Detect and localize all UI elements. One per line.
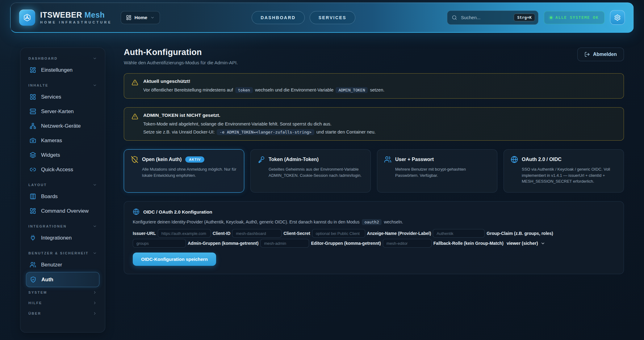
sidebar-item-command-overview[interactable]: Command Overview: [26, 204, 99, 218]
globe-icon: [133, 208, 140, 215]
display-name-label: Anzeige-Name (Provider-Label): [367, 231, 431, 236]
app-logo: [19, 10, 35, 26]
page-title: Auth-Konfiguration: [124, 48, 238, 57]
system-status-badge: ALLE SYSTEME OK: [544, 11, 604, 24]
display-name-input[interactable]: [433, 229, 485, 238]
sidebar-section-layout[interactable]: LAYOUT: [26, 181, 99, 189]
active-badge: AKTIV: [185, 156, 204, 163]
mode-card-token[interactable]: Token (Admin-Token) Geteiltes Geheimnis …: [250, 149, 371, 193]
sidebar-item-server-karten[interactable]: Server-Karten: [26, 104, 99, 119]
warning-triangle-icon: [132, 113, 138, 135]
status-label: ALLE SYSTEME OK: [555, 15, 599, 20]
search-box[interactable]: Strg+K: [447, 11, 538, 25]
warning-unprotected: Aktuell ungeschützt! Vor öffentlicher Be…: [124, 73, 624, 99]
issuer-url-input[interactable]: [158, 229, 211, 238]
code-chip-token: token: [235, 87, 253, 93]
camera-icon: [30, 137, 36, 144]
sidebar-item-benutzer[interactable]: Benutzer: [26, 257, 99, 272]
mode-title: Token (Admin-Token): [269, 157, 319, 162]
fallback-role-select[interactable]: viewer (sicher): [505, 240, 546, 246]
gear-icon: [614, 14, 621, 21]
chevron-down-icon: [93, 183, 97, 187]
sidebar-item-services[interactable]: Services: [26, 90, 99, 104]
code-chip-docker-env: -e ADMIN_TOKEN=<langer-zufalls-string>: [217, 129, 314, 135]
shield-check-icon: [30, 276, 36, 283]
admin-groups-label: Admin-Gruppen (komma-getrennt): [188, 241, 258, 246]
mode-description: Geteiltes Geheimnis aus der Environment-…: [257, 166, 364, 178]
chevron-down-icon: [93, 224, 97, 228]
oidc-config-panel: OIDC / OAuth 2.0 Konfiguration Konfiguri…: [124, 201, 624, 274]
app-title-accent: Mesh: [84, 11, 105, 19]
search-input[interactable]: [461, 15, 510, 20]
link-icon: [30, 166, 36, 173]
search-shortcut-kbd: Strg+K: [514, 14, 535, 21]
home-menu-button[interactable]: Home: [121, 11, 160, 24]
fallback-role-label: Fallback-Rolle (kein Group-Match): [433, 241, 504, 246]
app-subtitle: HOME INFRASTRUCTURE: [40, 20, 112, 24]
home-menu-label: Home: [135, 15, 148, 20]
admin-groups-input[interactable]: [260, 239, 309, 248]
sidebar-section-integrationen[interactable]: INTEGRATIONEN: [26, 222, 99, 231]
chevron-down-icon: [93, 56, 97, 61]
sidebar-section-ueber[interactable]: ÜBER: [26, 308, 99, 319]
chevron-down-icon: [150, 15, 155, 20]
sidebar-item-boards[interactable]: Boards: [26, 189, 99, 204]
chevron-down-icon: [541, 241, 545, 246]
warning-admin-token-missing: ADMIN_TOKEN ist NICHT gesetzt. Token-Mod…: [124, 107, 624, 141]
sidebar-section-inhalte[interactable]: INHALTE: [26, 81, 99, 90]
chevron-down-icon: [93, 83, 97, 87]
code-chip-admin-token: ADMIN_TOKEN: [336, 87, 368, 93]
sidebar-item-widgets[interactable]: Widgets: [26, 148, 99, 162]
warning-title: Aktuell ungeschützt!: [143, 79, 384, 84]
warning-title: ADMIN_TOKEN ist NICHT gesetzt.: [143, 113, 376, 118]
mode-title: User + Passwort: [395, 157, 434, 162]
sidebar-section-hilfe[interactable]: HILFE: [26, 298, 99, 308]
oidc-form-row-2: Admin-Gruppen (komma-getrennt) Editor-Gr…: [133, 239, 615, 248]
sidebar-section-dashboard[interactable]: DASHBOARD: [26, 54, 99, 63]
mode-card-oauth-oidc[interactable]: OAuth 2.0 / OIDC SSO via Authentik / Key…: [504, 149, 624, 193]
users-icon: [384, 156, 391, 163]
warning-triangle-icon: [132, 79, 138, 93]
mode-card-user-passwort[interactable]: User + Passwort Mehrere Benutzer mit bcr…: [377, 149, 497, 193]
sidebar-item-kameras[interactable]: Kameras: [26, 133, 99, 148]
sidebar-section-benutzer-sicherheit[interactable]: BENUTZER & SICHERHEIT: [26, 249, 99, 257]
logout-button[interactable]: Abmelden: [577, 48, 624, 61]
logout-label: Abmelden: [593, 52, 617, 57]
editor-groups-input[interactable]: [383, 239, 432, 248]
mode-description: Alle Mutations sind ohne Anmeldung mögli…: [131, 166, 237, 178]
code-chip-oauth2: oauth2: [362, 219, 382, 225]
columns-icon: [30, 193, 36, 200]
chevron-right-icon: [93, 311, 97, 316]
group-claim-input[interactable]: [133, 239, 186, 248]
chevron-right-icon: [93, 290, 97, 295]
topbar: ITSWEBER Mesh HOME INFRASTRUCTURE Home D…: [10, 2, 634, 33]
client-id-input[interactable]: [232, 229, 282, 238]
sidebar-item-integrationen[interactable]: Integrationen: [26, 231, 99, 245]
mode-description: Mehrere Benutzer mit bcrypt-gehashten Pa…: [384, 166, 490, 178]
dashboard-grid-icon: [30, 208, 36, 214]
globe-icon: [511, 156, 518, 163]
settings-button[interactable]: [610, 10, 625, 25]
nav-dashboard-button[interactable]: DASHBOARD: [252, 11, 305, 24]
grid-icon: [30, 94, 36, 100]
mode-title: Open (kein Auth): [142, 157, 182, 162]
sidebar-item-einstellungen[interactable]: Einstellungen: [26, 63, 99, 77]
client-secret-input[interactable]: [312, 229, 365, 238]
sidebar-item-auth[interactable]: Auth: [26, 272, 99, 287]
nav-services-button[interactable]: SERVICES: [310, 11, 356, 24]
status-dot: [550, 16, 552, 19]
sidebar-section-system[interactable]: SYSTEM: [26, 287, 99, 298]
shield-off-icon: [131, 156, 138, 163]
mode-card-open[interactable]: Open (kein Auth) AKTIV Alle Mutations si…: [124, 149, 244, 193]
users-icon: [30, 261, 36, 268]
warning-line-1: Token-Mode wird abgelehnt, solange die E…: [143, 121, 376, 127]
network-icon: [30, 123, 36, 129]
page-subtitle: Wähle den Authentifizierungs-Modus für d…: [124, 60, 238, 65]
key-icon: [257, 156, 265, 163]
sidebar-item-quick-access[interactable]: Quick-Access: [26, 162, 99, 177]
chevron-down-icon: [93, 251, 97, 255]
oidc-save-button[interactable]: OIDC-Konfiguration speichern: [133, 253, 216, 266]
warning-line-2: Setze sie z.B. via Unraid Docker-UI: -e …: [143, 129, 376, 135]
oidc-form-row-1: Issuer-URL Client-ID Client-Secret Anzei…: [133, 229, 615, 238]
sidebar-item-netzwerk-geraete[interactable]: Netzwerk-Geräte: [26, 119, 99, 133]
